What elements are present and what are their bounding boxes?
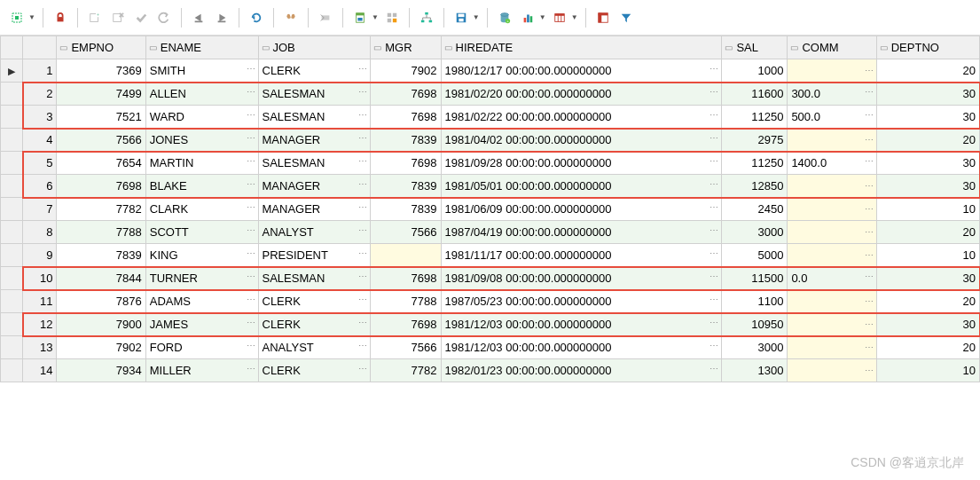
cell-editor-icon[interactable]: ⋯ (706, 133, 717, 143)
sort-icon[interactable]: ▭ (725, 43, 733, 52)
cell-comm[interactable]: 300.0⋯ (788, 83, 876, 106)
export-icon[interactable] (350, 8, 370, 28)
dropdown-icon[interactable]: ▼ (571, 13, 578, 21)
cell-job[interactable]: CLERK⋯ (258, 59, 371, 83)
cell-ename[interactable]: ADAMS⋯ (145, 290, 258, 313)
cell-mgr[interactable]: 7839 (371, 129, 441, 152)
cell-mgr[interactable]: 7566 (371, 221, 441, 244)
cell-empno[interactable]: 7934 (57, 359, 145, 382)
cell-editor-icon[interactable]: ⋯ (706, 271, 717, 281)
column-header-ename[interactable]: ▭ENAME (145, 36, 258, 59)
cell-deptno[interactable]: 10 (876, 244, 979, 267)
cell-editor-icon[interactable]: ⋯ (243, 110, 255, 120)
cell-deptno[interactable]: 30 (876, 313, 979, 336)
cell-comm[interactable]: ⋯ (788, 175, 876, 198)
cell-hiredate[interactable]: 1981/12/03 00:00:00.000000000⋯ (441, 336, 722, 359)
cell-deptno[interactable]: 20 (876, 129, 979, 152)
group-icon[interactable] (382, 8, 402, 28)
sort-icon[interactable]: ▭ (790, 43, 798, 52)
cell-editor-icon[interactable]: ⋯ (861, 156, 873, 166)
cell-empno[interactable]: 7369 (57, 59, 145, 83)
cell-editor-icon[interactable]: ⋯ (861, 87, 873, 97)
cell-editor-icon[interactable]: ⋯ (706, 341, 717, 350)
cell-mgr[interactable]: 7839 (371, 175, 441, 198)
cell-editor-icon[interactable]: ⋯ (861, 227, 873, 237)
cell-editor-icon[interactable]: ⋯ (706, 156, 717, 166)
cell-hiredate[interactable]: 1981/12/03 00:00:00.000000000⋯ (441, 313, 722, 336)
cell-hiredate[interactable]: 1981/04/02 00:00:00.000000000⋯ (441, 129, 722, 152)
columns-icon[interactable] (550, 8, 569, 28)
cell-mgr[interactable]: 7698 (371, 83, 441, 106)
cell-deptno[interactable]: 20 (876, 336, 979, 359)
cell-editor-icon[interactable]: ⋯ (861, 66, 873, 75)
cell-empno[interactable]: 7900 (57, 313, 145, 336)
cell-ename[interactable]: BLAKE⋯ (145, 175, 258, 198)
column-header-deptno[interactable]: ▭DEPTNO (876, 36, 979, 59)
cell-editor-icon[interactable]: ⋯ (243, 202, 255, 212)
cell-ename[interactable]: MARTIN⋯ (145, 152, 258, 175)
column-header-empno[interactable]: ▭EMPNO (57, 36, 145, 59)
cell-ename[interactable]: WARD⋯ (145, 106, 258, 129)
cell-empno[interactable]: 7566 (57, 129, 145, 152)
cell-editor-icon[interactable]: ⋯ (706, 364, 717, 374)
cell-job[interactable]: PRESIDENT⋯ (258, 244, 371, 267)
cell-comm[interactable]: ⋯ (788, 129, 876, 152)
schema-icon[interactable] (417, 8, 436, 28)
cell-hiredate[interactable]: 1981/06/09 00:00:00.000000000⋯ (441, 198, 722, 221)
cell-comm[interactable]: 1400.0⋯ (788, 152, 876, 175)
last-icon[interactable] (212, 8, 231, 28)
cell-hiredate[interactable]: 1981/02/22 00:00:00.000000000⋯ (441, 106, 722, 129)
cell-editor-icon[interactable]: ⋯ (861, 135, 873, 145)
dropdown-icon[interactable]: ▼ (28, 13, 35, 21)
cell-editor-icon[interactable]: ⋯ (243, 341, 255, 350)
cell-editor-icon[interactable]: ⋯ (861, 110, 873, 120)
cell-editor-icon[interactable]: ⋯ (355, 225, 366, 235)
cell-empno[interactable]: 7698 (57, 175, 145, 198)
cell-sal[interactable]: 1300 (722, 359, 788, 382)
cell-editor-icon[interactable]: ⋯ (355, 156, 366, 166)
cell-hiredate[interactable]: 1982/01/23 00:00:00.000000000⋯ (441, 359, 722, 382)
table-row[interactable]: 77782CLARK⋯MANAGER⋯78391981/06/09 00:00:… (1, 198, 980, 221)
cell-comm[interactable]: 500.0⋯ (788, 106, 876, 129)
cell-mgr[interactable]: 7698 (371, 106, 441, 129)
table-row[interactable]: 137902FORD⋯ANALYST⋯75661981/12/03 00:00:… (1, 336, 980, 359)
cell-editor-icon[interactable]: ⋯ (243, 133, 255, 143)
cell-job[interactable]: CLERK⋯ (258, 359, 371, 382)
find-icon[interactable] (281, 8, 301, 28)
cell-deptno[interactable]: 30 (876, 152, 979, 175)
cell-hiredate[interactable]: 1980/12/17 00:00:00.000000000⋯ (441, 59, 722, 83)
cell-editor-icon[interactable]: ⋯ (243, 225, 255, 235)
cell-mgr[interactable]: 7902 (371, 59, 441, 83)
cell-hiredate[interactable]: 1987/05/23 00:00:00.000000000⋯ (441, 290, 722, 313)
cell-editor-icon[interactable]: ⋯ (861, 181, 873, 191)
cell-empno[interactable]: 7876 (57, 290, 145, 313)
cell-editor-icon[interactable]: ⋯ (706, 225, 717, 235)
table-row[interactable]: 127900JAMES⋯CLERK⋯76981981/12/03 00:00:0… (1, 313, 980, 336)
cell-job[interactable]: SALESMAN⋯ (258, 267, 371, 290)
first-icon[interactable] (189, 8, 208, 28)
cell-editor-icon[interactable]: ⋯ (243, 156, 255, 166)
column-header-mgr[interactable]: ▭MGR (371, 36, 441, 59)
cell-comm[interactable]: ⋯ (788, 221, 876, 244)
cell-ename[interactable]: KING⋯ (145, 244, 258, 267)
cell-ename[interactable]: CLARK⋯ (145, 198, 258, 221)
cell-editor-icon[interactable]: ⋯ (355, 364, 366, 374)
table-row[interactable]: 37521WARD⋯SALESMAN⋯76981981/02/22 00:00:… (1, 106, 980, 129)
cell-sal[interactable]: 3000 (722, 221, 788, 244)
cell-editor-icon[interactable]: ⋯ (706, 179, 717, 189)
cell-mgr[interactable]: 7788 (371, 290, 441, 313)
cell-sal[interactable]: 5000 (722, 244, 788, 267)
cell-job[interactable]: CLERK⋯ (258, 290, 371, 313)
table-row[interactable]: 87788SCOTT⋯ANALYST⋯75661987/04/19 00:00:… (1, 221, 980, 244)
cell-sal[interactable]: 11600 (722, 83, 788, 106)
filter-funnel-icon[interactable] (616, 8, 636, 28)
cell-sal[interactable]: 2450 (722, 198, 788, 221)
cell-editor-icon[interactable]: ⋯ (706, 202, 717, 212)
sort-icon[interactable]: ▭ (59, 43, 67, 52)
cell-editor-icon[interactable]: ⋯ (355, 133, 366, 143)
cell-editor-icon[interactable]: ⋯ (861, 366, 873, 375)
cell-ename[interactable]: JONES⋯ (145, 129, 258, 152)
column-header-job[interactable]: ▭JOB (258, 36, 371, 59)
cell-empno[interactable]: 7499 (57, 83, 145, 106)
cell-hiredate[interactable]: 1981/09/28 00:00:00.000000000⋯ (441, 152, 722, 175)
